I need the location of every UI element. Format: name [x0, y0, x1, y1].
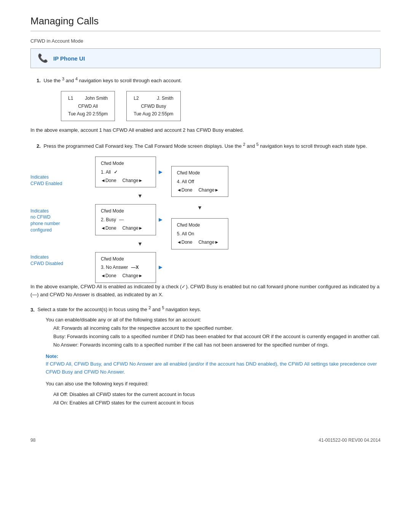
ip-phone-ui-box: 📞 IP Phone UI	[30, 48, 381, 68]
below-example-text: In the above example, CFWD All is enable…	[30, 283, 381, 299]
acc1-line: L1	[68, 94, 73, 102]
right-down-arrow: ▼	[171, 204, 228, 211]
cfwd-box-3: Cfwd Mode 3. No Answer —X ◄Done Change►	[95, 252, 156, 283]
label-indicates-1: Indicates	[30, 174, 91, 181]
left-labels: Indicates CFWD Enabled Indicates no CFWD…	[30, 157, 91, 278]
step1-text-part1: Use the	[43, 78, 61, 83]
cfwd-allon-btn1: ◄Done	[177, 238, 193, 246]
center-cfwd-boxes: Cfwd Mode 1. All ✓ ◄Done Change► ► ▼ Cfw…	[95, 157, 164, 283]
acc2-header: L2 J. Smith	[134, 94, 173, 102]
page-title: Managing Calls	[30, 15, 381, 27]
label-indicates-3: Indicates	[30, 254, 91, 260]
arrow-right-3: ►	[158, 264, 164, 271]
label-cfwd-enabled-text: CFWD Enabled	[30, 181, 91, 187]
step2-nav-keys: 2	[243, 142, 245, 147]
cfwd-box-row-2: Cfwd Mode 2. Busy — ◄Done Change► ►	[95, 204, 164, 235]
cfwd-box2-buttons: ◄Done Change►	[101, 224, 150, 232]
acc1-date: Tue Aug 20 2:55pm	[68, 110, 108, 118]
step2-text: 2. Press the programmed Call Forward key…	[37, 143, 367, 149]
note-text: If CFWD All, CFWD Busy, and CFWD No Answ…	[46, 360, 381, 376]
step1-number: 1.	[37, 78, 41, 83]
cfwd-allon-mode: 5. All On	[177, 230, 223, 238]
cfwd-box-alloff: Cfwd Mode 4. All Off ◄Done Change►	[171, 166, 228, 197]
label-cfwd-disabled-text: CFWD Disabled	[30, 260, 91, 267]
cfwd-allon-buttons: ◄Done Change►	[177, 238, 223, 246]
step1-nav-key2: 4	[75, 77, 78, 81]
label-no-cfwd: Indicates no CFWD phone number configure…	[30, 201, 91, 240]
cfwd-box3-title: Cfwd Mode	[101, 255, 150, 263]
step3-item-noanswer: No Answer: Forwards incoming calls to a …	[53, 341, 381, 349]
also-item-allon: All On: Enables all CFWD states for the …	[53, 399, 381, 407]
cfwd-box-2: Cfwd Mode 2. Busy — ◄Done Change►	[95, 204, 156, 235]
phone-icon: 📞	[38, 53, 48, 63]
cfwd-box3-btn1: ◄Done	[101, 272, 116, 280]
also-item-alloff: All Off: Disables all CFWD states for th…	[53, 390, 381, 399]
cfwd-alloff-btn2: Change►	[198, 186, 219, 194]
title-divider	[30, 31, 381, 31]
step3-text: 3. Select a state for the account(s) in …	[30, 305, 381, 314]
above-example-text: In the above example, account 1 has CFWD…	[30, 126, 381, 134]
step3-items: All: Forwards all incoming calls for the…	[53, 324, 381, 349]
step1-text: 1. Use the 3 and 4 navigation keys to sc…	[37, 78, 182, 83]
step3-text-part2: navigation keys.	[166, 307, 201, 313]
footer: 98 41-001522-00 REV00 04.2014	[30, 438, 381, 443]
cfwd-box2-btn2: Change►	[123, 224, 143, 232]
step2-text-part2: navigation keys to scroll through each s…	[260, 143, 367, 149]
account-box-1: L1 John Smith CFWD All Tue Aug 20 2:55pm	[61, 91, 115, 121]
label-cfwd-enabled: Indicates CFWD Enabled	[30, 163, 91, 198]
step1: 1. Use the 3 and 4 navigation keys to sc…	[30, 76, 381, 85]
cfwd-box-row-3: Cfwd Mode 3. No Answer —X ◄Done Change► …	[95, 252, 164, 283]
cfwd-box3-btn2: Change►	[123, 272, 143, 280]
acc1-name: John Smith	[85, 94, 108, 102]
cfwd-box1-buttons: ◄Done Change►	[101, 177, 150, 184]
acc1-header: L1 John Smith	[68, 94, 108, 102]
label-no-cfwd-text3: configured	[30, 227, 91, 233]
cfwd-allon-title: Cfwd Mode	[177, 221, 223, 229]
cfwd-box2-mode-row: 2. Busy —	[101, 216, 150, 224]
label-no-cfwd-text1: no CFWD	[30, 214, 91, 220]
step3-item-busy: Busy: Forwards incoming calls to a speci…	[53, 332, 381, 341]
cfwd-box1-indicator: ✓	[114, 168, 118, 176]
cfwd-box1-mode-row: 1. All ✓	[101, 168, 150, 176]
account-box-2: L2 J. Smith CFWD Busy Tue Aug 20 2:55pm	[126, 91, 180, 121]
cfwd-alloff-btn1: ◄Done	[177, 186, 193, 194]
cfwd-box1-mode: 1. All	[101, 168, 111, 176]
cfwd-box3-buttons: ◄Done Change►	[101, 272, 150, 280]
cfwd-box-row-1: Cfwd Mode 1. All ✓ ◄Done Change► ►	[95, 157, 164, 187]
step2: 2. Press the programmed Call Forward key…	[30, 141, 381, 150]
note-label: Note:	[46, 353, 58, 359]
cfwd-box1-btn1: ◄Done	[101, 177, 116, 184]
down-arrow-2: ▼	[95, 241, 164, 247]
cfwd-diagram: Indicates CFWD Enabled Indicates no CFWD…	[30, 157, 381, 283]
cfwd-alloff-title: Cfwd Mode	[177, 169, 223, 177]
acc1-status: CFWD All	[68, 102, 108, 110]
cfwd-box2-mode: 2. Busy	[101, 216, 116, 224]
acc2-date: Tue Aug 20 2:55pm	[134, 110, 173, 118]
step1-nav-keys: 3	[62, 77, 64, 81]
step1-text-part2: navigation keys to scroll through each a…	[79, 78, 182, 83]
step3-sublist: You can enable/disable any or all of the…	[46, 316, 381, 407]
label-indicates-2: Indicates	[30, 208, 91, 214]
step2-text-part1: Press the programmed Call Forward key. T…	[43, 143, 241, 149]
step2-number: 2.	[37, 143, 41, 149]
cfwd-box-allon: Cfwd Mode 5. All On ◄Done Change►	[171, 218, 228, 249]
cfwd-box2-btn1: ◄Done	[101, 224, 116, 232]
acc2-line: L2	[134, 94, 139, 102]
step3: 3. Select a state for the account(s) in …	[30, 305, 381, 407]
step3-number: 3.	[30, 307, 35, 313]
cfwd-box1-title: Cfwd Mode	[101, 160, 150, 167]
arrow-right-1: ►	[158, 169, 164, 176]
label-cfwd-disabled: Indicates CFWD Disabled	[30, 243, 91, 278]
section-heading: CFWD in Account Mode	[30, 38, 381, 44]
cfwd-box-1: Cfwd Mode 1. All ✓ ◄Done Change►	[95, 157, 156, 187]
step2-and: and	[247, 143, 256, 149]
right-cfwd-boxes: Cfwd Mode 4. All Off ◄Done Change► ▼ Cfw…	[171, 166, 228, 249]
also-text: You can also use the following keys if r…	[46, 380, 381, 388]
label-no-cfwd-text2: phone number	[30, 220, 91, 227]
step3-text-part1: Select a state for the account(s) in foc…	[37, 307, 147, 313]
cfwd-box3-mode-row: 3. No Answer —X	[101, 264, 150, 271]
cfwd-box1-btn2: Change►	[123, 177, 143, 184]
acc2-name: J. Smith	[157, 94, 173, 102]
cfwd-box3-indicator: —X	[131, 264, 139, 271]
cfwd-box2-title: Cfwd Mode	[101, 207, 150, 215]
